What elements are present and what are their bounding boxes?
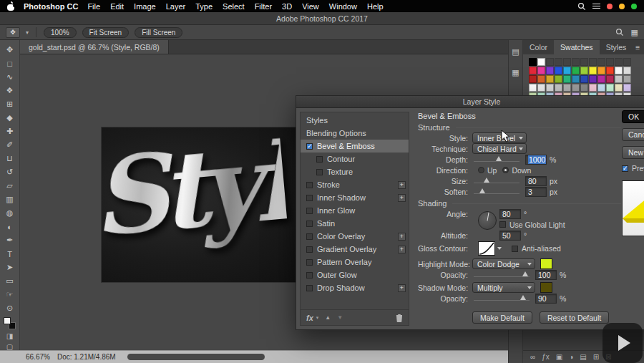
effect-checkbox[interactable] xyxy=(306,285,313,291)
color-swatch[interactable] xyxy=(580,75,588,83)
color-swatch[interactable] xyxy=(529,58,537,66)
hand-tool[interactable]: ☞ xyxy=(2,288,18,301)
foreground-color-chip[interactable] xyxy=(4,317,11,324)
pen-tool[interactable]: ✒ xyxy=(2,233,18,247)
technique-select[interactable]: Chisel Hard xyxy=(472,143,527,154)
soften-slider[interactable] xyxy=(474,188,519,196)
move-tool[interactable]: ✥ xyxy=(2,43,18,57)
layer-effects-icon[interactable]: ƒx xyxy=(542,353,550,361)
delete-effect-icon[interactable] xyxy=(396,314,403,322)
color-swatch[interactable] xyxy=(537,84,545,92)
search-icon[interactable] xyxy=(577,2,586,11)
lasso-tool[interactable]: ∿ xyxy=(2,70,18,84)
color-swatch[interactable] xyxy=(589,67,597,74)
path-selection-tool[interactable]: ➤ xyxy=(2,261,18,274)
color-swatch[interactable] xyxy=(580,67,588,74)
menu-list-icon[interactable] xyxy=(592,4,600,9)
gradient-tool[interactable]: ▥ xyxy=(2,193,18,206)
color-swatch[interactable] xyxy=(623,84,631,92)
tab-color[interactable]: Color xyxy=(523,40,554,54)
layer-style-item-outer-glow[interactable]: Outer Glow xyxy=(301,268,409,281)
menu-item-3d[interactable]: 3D xyxy=(282,2,292,11)
menu-item-help[interactable]: Help xyxy=(367,2,384,11)
effect-checkbox[interactable] xyxy=(306,143,313,150)
layer-style-item-inner-glow[interactable]: Inner Glow xyxy=(301,204,409,217)
angle-input[interactable]: 80 xyxy=(499,209,521,219)
color-swatch[interactable] xyxy=(537,58,545,66)
cancel-button[interactable]: Cancel xyxy=(622,128,644,141)
color-swatch[interactable] xyxy=(546,84,554,92)
layer-style-item-pattern-overlay[interactable]: Pattern Overlay xyxy=(301,256,409,268)
layer-style-item-inner-shadow[interactable]: Inner Shadow+ xyxy=(301,191,409,204)
color-swatch[interactable] xyxy=(537,75,545,83)
menu-app-name[interactable]: Photoshop CC xyxy=(24,2,78,11)
style-select[interactable]: Inner Bevel xyxy=(472,132,527,143)
document-tab[interactable]: gold_start.psd @ 66.7% (Style, RGB/8) xyxy=(20,40,169,54)
new-layer-icon[interactable]: ⊞ xyxy=(593,353,599,361)
color-swatch[interactable] xyxy=(623,67,631,74)
color-swatch[interactable] xyxy=(563,67,571,74)
make-default-button[interactable]: Make Default xyxy=(472,311,532,324)
blur-tool[interactable]: ◍ xyxy=(2,206,18,220)
color-swatch[interactable] xyxy=(580,84,588,92)
zoom-tool[interactable]: ⊙ xyxy=(2,301,18,315)
color-swatch[interactable] xyxy=(606,67,614,74)
tool-preset-icon[interactable]: ✥ xyxy=(6,27,20,38)
move-effect-down-icon[interactable]: ▼ xyxy=(337,314,343,321)
depth-slider[interactable] xyxy=(474,155,519,164)
brush-tool[interactable]: ✐ xyxy=(2,138,18,152)
fit-screen-button[interactable]: Fit Screen xyxy=(82,27,130,38)
apple-menu-icon[interactable] xyxy=(7,1,14,11)
shadow-opacity-slider[interactable] xyxy=(474,294,530,303)
fx-caret-icon[interactable]: ▾ xyxy=(316,315,319,321)
color-swatch[interactable] xyxy=(555,84,562,92)
highlight-opacity-slider[interactable] xyxy=(474,271,530,279)
highlight-opacity-input[interactable]: 100 xyxy=(535,270,557,280)
layer-mask-icon[interactable]: ▣ xyxy=(556,353,562,361)
layer-style-item-gradient-overlay[interactable]: Gradient Overlay+ xyxy=(301,243,409,256)
foreground-background-colors[interactable] xyxy=(4,317,16,329)
tool-preset-caret-icon[interactable]: ▾ xyxy=(26,29,29,36)
panel-menu-icon[interactable]: ≡ xyxy=(635,40,644,54)
adjustment-layer-icon[interactable]: ◑ xyxy=(569,353,573,361)
color-swatch[interactable] xyxy=(572,75,580,83)
menu-item-edit[interactable]: Edit xyxy=(110,2,124,11)
direction-up-radio[interactable] xyxy=(478,167,484,173)
effect-checkbox[interactable] xyxy=(306,221,313,227)
chevron-down-icon[interactable] xyxy=(497,247,502,250)
layer-style-item-styles[interactable]: Styles xyxy=(301,114,409,127)
crop-tool[interactable]: ⊞ xyxy=(2,97,18,111)
tab-styles[interactable]: Styles xyxy=(600,40,633,54)
clone-stamp-tool[interactable]: ⊔ xyxy=(2,152,18,165)
marquee-tool[interactable]: □ xyxy=(2,57,18,70)
quick-selection-tool[interactable]: ❖ xyxy=(2,84,18,97)
layer-style-item-color-overlay[interactable]: Color Overlay+ xyxy=(301,230,409,243)
color-swatch[interactable] xyxy=(606,75,614,83)
dock-panel-icon-2[interactable]: ▦ xyxy=(512,68,519,77)
highlight-color-swatch[interactable] xyxy=(540,258,552,269)
color-swatch[interactable] xyxy=(615,75,623,83)
menu-item-select[interactable]: Select xyxy=(223,2,245,11)
direction-down-radio[interactable] xyxy=(502,167,509,173)
depth-input[interactable]: 1000 xyxy=(525,155,547,165)
altitude-input[interactable]: 50 xyxy=(499,231,521,241)
gloss-contour-picker[interactable] xyxy=(478,241,495,256)
shape-tool[interactable]: ▭ xyxy=(2,274,18,288)
color-swatch[interactable] xyxy=(597,75,605,83)
size-input[interactable]: 80 xyxy=(525,176,547,186)
healing-brush-tool[interactable]: ✚ xyxy=(2,125,18,138)
dodge-tool[interactable]: ◐ xyxy=(2,220,18,233)
effect-checkbox[interactable] xyxy=(306,246,313,253)
fill-screen-button[interactable]: Fill Screen xyxy=(135,27,182,38)
color-swatch[interactable] xyxy=(615,67,623,74)
add-effect-instance-icon[interactable]: + xyxy=(398,284,406,292)
horizontal-scrollbar[interactable] xyxy=(127,354,265,360)
color-swatch[interactable] xyxy=(572,84,580,92)
color-swatch[interactable] xyxy=(597,67,605,74)
preview-checkbox[interactable] xyxy=(622,165,628,172)
menu-item-filter[interactable]: Filter xyxy=(255,2,272,11)
add-effect-instance-icon[interactable]: + xyxy=(398,246,406,253)
dock-panel-icon-1[interactable]: ▤ xyxy=(512,47,519,57)
color-swatch[interactable] xyxy=(597,84,605,92)
tab-swatches[interactable]: Swatches xyxy=(554,40,600,54)
